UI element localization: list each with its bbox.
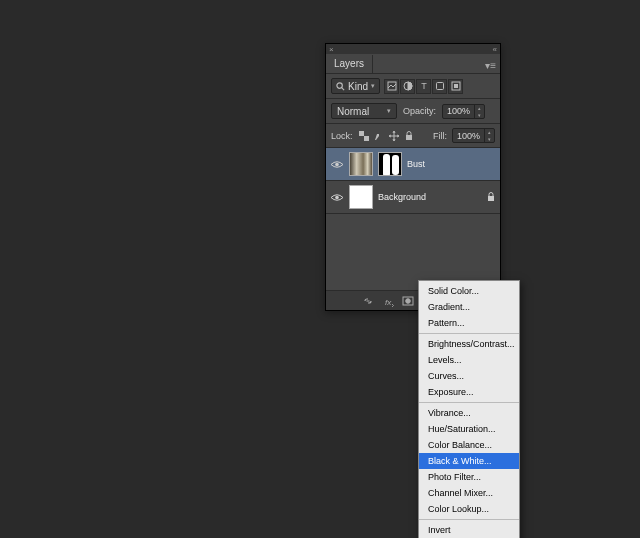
fill-label: Fill: [433, 131, 447, 141]
svg-point-16 [405, 298, 410, 303]
blend-mode-value: Normal [337, 106, 369, 117]
layer-mask-thumbnail[interactable] [378, 152, 402, 176]
layer-list: Bust Background [326, 148, 500, 214]
menu-item[interactable]: Solid Color... [419, 283, 519, 299]
menu-item[interactable]: Exposure... [419, 384, 519, 400]
link-layers-icon[interactable] [361, 294, 374, 307]
lock-row: Lock: Fill: 100% ▴▾ [326, 124, 500, 148]
menu-item[interactable]: Pattern... [419, 315, 519, 331]
layer-row-bust[interactable]: Bust [326, 148, 500, 181]
close-icon[interactable]: × [329, 45, 334, 54]
blend-mode-select[interactable]: Normal ▾ [331, 103, 397, 119]
collapse-icon[interactable]: « [493, 45, 497, 54]
filter-smart-icon[interactable] [448, 79, 463, 94]
tab-layers[interactable]: Layers [326, 55, 373, 73]
filter-adjustment-icon[interactable] [400, 79, 415, 94]
fill-value: 100% [453, 131, 484, 141]
layer-name[interactable]: Background [378, 192, 426, 202]
svg-point-12 [335, 195, 339, 199]
menu-separator [419, 519, 519, 520]
filter-type-icon[interactable]: T [416, 79, 431, 94]
fill-input[interactable]: 100% ▴▾ [452, 128, 495, 143]
layer-thumbnail[interactable] [349, 185, 373, 209]
layer-thumbnail[interactable] [349, 152, 373, 176]
lock-pixels-icon[interactable] [373, 129, 386, 142]
menu-item[interactable]: Black & White... [419, 453, 519, 469]
menu-separator [419, 333, 519, 334]
svg-point-11 [335, 162, 339, 166]
menu-item[interactable]: Color Balance... [419, 437, 519, 453]
panel-titlebar: × « [326, 44, 500, 54]
chevron-down-icon: ▾ [387, 107, 391, 115]
layer-row-background[interactable]: Background [326, 181, 500, 214]
svg-point-0 [337, 82, 342, 87]
filter-pixel-icon[interactable] [384, 79, 399, 94]
svg-line-1 [342, 87, 344, 89]
menu-item[interactable]: Vibrance... [419, 405, 519, 421]
filter-shape-icon[interactable] [432, 79, 447, 94]
menu-item[interactable]: Channel Mixer... [419, 485, 519, 501]
panel-menu-icon[interactable]: ▾≡ [481, 58, 500, 73]
opacity-stepper[interactable]: ▴▾ [474, 104, 484, 118]
kind-label: Kind [348, 81, 368, 92]
svg-rect-9 [364, 136, 369, 141]
svg-rect-7 [454, 84, 458, 88]
adjustment-layer-menu[interactable]: Solid Color...Gradient...Pattern...Brigh… [418, 280, 520, 538]
lock-position-icon[interactable] [388, 129, 401, 142]
menu-item[interactable]: Color Lookup... [419, 501, 519, 517]
lock-transparency-icon[interactable] [358, 129, 371, 142]
blend-row: Normal ▾ Opacity: 100% ▴▾ [326, 99, 500, 124]
menu-item[interactable]: Invert [419, 522, 519, 538]
fill-stepper[interactable]: ▴▾ [484, 129, 494, 143]
menu-item[interactable]: Gradient... [419, 299, 519, 315]
layer-style-icon[interactable]: fx [381, 294, 394, 307]
svg-text:T: T [421, 81, 427, 91]
svg-text:fx: fx [385, 297, 392, 306]
menu-separator [419, 402, 519, 403]
menu-item[interactable]: Levels... [419, 352, 519, 368]
menu-item[interactable]: Hue/Saturation... [419, 421, 519, 437]
filter-type-icons: T [384, 79, 463, 94]
layer-name[interactable]: Bust [407, 159, 425, 169]
chevron-down-icon: ▾ [371, 82, 375, 90]
visibility-toggle[interactable] [330, 193, 344, 202]
visibility-toggle[interactable] [330, 160, 344, 169]
svg-rect-5 [436, 83, 443, 90]
svg-rect-8 [359, 131, 364, 136]
menu-item[interactable]: Curves... [419, 368, 519, 384]
layer-mask-icon[interactable] [401, 294, 414, 307]
panel-tabbar: Layers ▾≡ [326, 54, 500, 74]
opacity-label: Opacity: [403, 106, 436, 116]
menu-item[interactable]: Brightness/Contrast... [419, 336, 519, 352]
menu-item[interactable]: Photo Filter... [419, 469, 519, 485]
filter-kind-select[interactable]: Kind ▾ [331, 78, 380, 94]
layers-panel: × « Layers ▾≡ Kind ▾ T Normal ▾ Opacity:… [325, 43, 501, 311]
opacity-input[interactable]: 100% ▴▾ [442, 104, 485, 119]
search-icon [336, 82, 345, 91]
lock-all-icon[interactable] [403, 129, 416, 142]
filter-row: Kind ▾ T [326, 74, 500, 99]
opacity-value: 100% [443, 106, 474, 116]
lock-label: Lock: [331, 131, 353, 141]
svg-rect-10 [406, 135, 412, 140]
lock-icon [486, 192, 496, 202]
svg-rect-13 [488, 196, 494, 201]
